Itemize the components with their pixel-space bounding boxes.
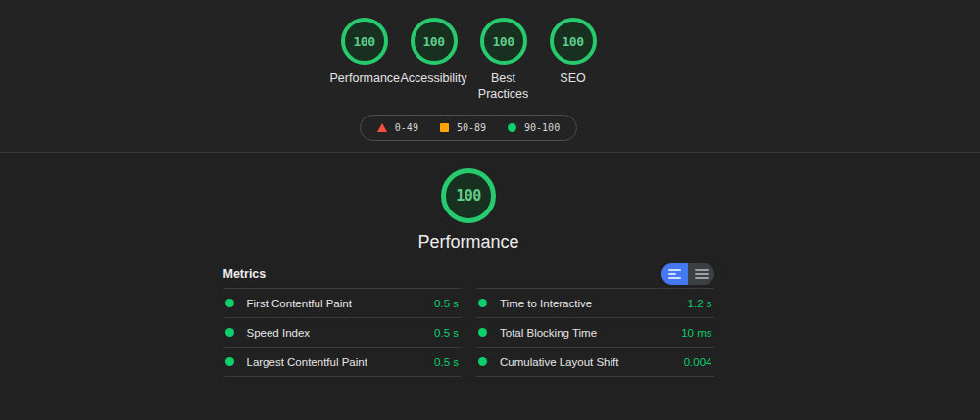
gauge-best-practices[interactable]: 100 Best Practices bbox=[468, 18, 538, 102]
metric-label: First Contentful Paint bbox=[247, 298, 352, 309]
condensed-lines-icon bbox=[668, 269, 681, 271]
legend-fail-range: 0-49 bbox=[377, 122, 418, 133]
fail-triangle-icon bbox=[377, 123, 387, 132]
gauge-performance[interactable]: 100 Performance bbox=[329, 18, 399, 102]
metric-label: Largest Contentful Paint bbox=[247, 356, 368, 368]
metric-value: 0.004 bbox=[684, 356, 714, 368]
metric-row-time-to-interactive: Time to Interactive 1.2 s bbox=[476, 288, 714, 317]
metric-row-largest-contentful-paint: Largest Contentful Paint 0.5 s bbox=[223, 347, 462, 376]
metrics-condensed-toggle-button[interactable] bbox=[662, 263, 688, 285]
legend-range-label: 50-89 bbox=[457, 122, 486, 133]
scores-header: 100 Performance 100 Accessibility 100 Be… bbox=[0, 0, 980, 153]
score-ring: 100 bbox=[341, 18, 388, 65]
score-ring: 100 bbox=[550, 18, 597, 65]
metric-label: Speed Index bbox=[247, 327, 311, 339]
metrics-column-right: Time to Interactive 1.2 s Total Blocking… bbox=[476, 288, 714, 377]
gauge-label: Accessibility bbox=[400, 71, 466, 87]
metric-label: Total Blocking Time bbox=[500, 327, 597, 339]
gauge-accessibility[interactable]: 100 Accessibility bbox=[399, 18, 468, 102]
metric-label: Time to Interactive bbox=[500, 298, 592, 309]
legend-range-label: 0-49 bbox=[395, 122, 418, 133]
pass-dot-icon bbox=[478, 357, 487, 366]
metric-row-cumulative-layout-shift: Cumulative Layout Shift 0.004 bbox=[476, 347, 714, 376]
gauge-label: Performance bbox=[330, 71, 399, 87]
score-value: 100 bbox=[423, 34, 445, 49]
metric-label: Cumulative Layout Shift bbox=[500, 356, 618, 368]
metric-row-speed-index: Speed Index 0.5 s bbox=[223, 317, 462, 347]
metrics-view-toggle bbox=[662, 263, 714, 285]
category-score-value: 100 bbox=[456, 187, 481, 205]
metric-value: 0.5 s bbox=[434, 298, 461, 309]
score-scale-legend: 0-49 50-89 90-100 bbox=[360, 115, 577, 141]
pass-dot-icon bbox=[225, 299, 234, 307]
pass-circle-icon bbox=[508, 123, 516, 132]
score-gauges-row: 100 Performance 100 Accessibility 100 Be… bbox=[0, 0, 937, 102]
gauge-seo[interactable]: 100 SEO bbox=[538, 18, 608, 102]
average-square-icon bbox=[440, 123, 449, 132]
metric-value: 0.5 s bbox=[434, 356, 461, 368]
metrics-expanded-toggle-button[interactable] bbox=[688, 263, 714, 285]
score-value: 100 bbox=[354, 34, 375, 49]
pass-dot-icon bbox=[478, 328, 487, 337]
pass-dot-icon bbox=[478, 299, 487, 307]
legend-pass-range: 90-100 bbox=[508, 122, 560, 133]
performance-category-section: 100 Performance Metrics bbox=[0, 154, 980, 377]
list-lines-icon bbox=[695, 269, 709, 271]
metric-row-total-blocking-time: Total Blocking Time 10 ms bbox=[476, 317, 714, 347]
score-ring: 100 bbox=[480, 18, 527, 65]
score-value: 100 bbox=[563, 34, 584, 49]
legend-range-label: 90-100 bbox=[524, 122, 560, 133]
pass-dot-icon bbox=[225, 357, 234, 366]
score-ring: 100 bbox=[411, 18, 458, 65]
metrics-table: First Contentful Paint 0.5 s Speed Index… bbox=[223, 288, 714, 377]
metric-value: 0.5 s bbox=[434, 327, 461, 339]
pass-dot-icon bbox=[225, 328, 234, 337]
gauge-label: Best Practices bbox=[469, 71, 538, 102]
metrics-heading: Metrics bbox=[223, 267, 267, 281]
metric-value: 10 ms bbox=[681, 327, 713, 339]
score-value: 100 bbox=[493, 34, 514, 49]
metric-value: 1.2 s bbox=[688, 298, 714, 309]
legend-average-range: 50-89 bbox=[440, 122, 486, 133]
category-score-gauge: 100 bbox=[441, 168, 496, 223]
metric-row-first-contentful-paint: First Contentful Paint 0.5 s bbox=[223, 288, 462, 317]
metrics-column-left: First Contentful Paint 0.5 s Speed Index… bbox=[223, 288, 462, 377]
gauge-label: SEO bbox=[560, 71, 585, 87]
category-title: Performance bbox=[0, 232, 937, 253]
